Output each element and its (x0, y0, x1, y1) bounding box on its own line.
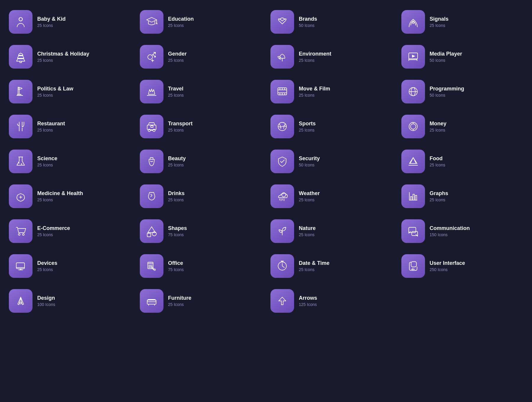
icon-box-media-player (401, 45, 425, 69)
svg-marker-10 (412, 55, 415, 58)
category-name-date-time: Date & Time (299, 260, 330, 267)
media-player-icon (406, 50, 420, 64)
category-text-move-film: Move & Film 25 Icons (299, 86, 330, 98)
category-item-user-interface[interactable]: User Interface 250 Icons (398, 250, 526, 282)
film-icon (275, 85, 289, 98)
category-text-environment: Environment 25 Icons (299, 51, 331, 63)
svg-rect-39 (150, 158, 153, 159)
category-item-move-film[interactable]: Move & Film 25 Icons (267, 76, 395, 108)
category-text-ecommerce: E-Commerce 25 Icons (37, 225, 70, 237)
category-text-beauty: Beauty 25 Icons (168, 155, 186, 167)
category-item-money[interactable]: Money 25 Icons (398, 111, 526, 142)
category-item-sports[interactable]: Sports 25 Icons (267, 111, 395, 142)
category-item-graphs[interactable]: Graphs 25 Icons (398, 180, 526, 212)
category-item-environment[interactable]: Environment 25 Icons (267, 41, 395, 73)
category-count-communication: 150 Icons (430, 232, 470, 237)
category-item-office[interactable]: Office 75 Icons (137, 250, 265, 282)
category-item-devices[interactable]: Devices 25 Icons (6, 250, 134, 282)
svg-point-1 (19, 19, 20, 20)
gender-icon (145, 50, 158, 64)
category-count-ecommerce: 25 Icons (37, 232, 70, 237)
category-item-programming[interactable]: Programming 50 Icons (398, 76, 526, 108)
communication-icon (406, 224, 420, 238)
svg-rect-13 (17, 94, 19, 95)
category-item-security[interactable]: Security 50 Icons (267, 145, 395, 177)
category-count-christmas: 25 Icons (37, 58, 89, 63)
category-item-education[interactable]: Education 25 Icons (137, 6, 265, 38)
category-text-devices: Devices 25 Icons (37, 260, 57, 272)
category-count-shapes: 75 Icons (168, 232, 187, 237)
category-item-media-player[interactable]: Media Player 50 Icons (398, 41, 526, 73)
design-icon (14, 294, 27, 308)
category-item-furniture[interactable]: Furniture 25 Icons (137, 285, 265, 317)
category-name-communication: Communication (430, 225, 470, 232)
transport-icon (145, 120, 158, 133)
category-item-restaurant[interactable]: Restaurant 25 Icons (6, 111, 134, 142)
category-item-baby-kid[interactable]: Baby & Kid 25 Icons (6, 6, 134, 38)
category-item-signals[interactable]: Signals 25 Icons (398, 6, 526, 38)
category-item-nature[interactable]: Nature 25 Icons (267, 215, 395, 247)
icon-box-office (140, 254, 163, 278)
category-item-weather[interactable]: Weather 25 Icons (267, 180, 395, 212)
category-item-food[interactable]: Food 25 Icons (398, 145, 526, 177)
category-name-security: Security (299, 155, 320, 162)
category-text-sports: Sports 25 Icons (299, 121, 316, 132)
category-text-medicine: Medicine & Health 25 Icons (37, 190, 83, 202)
svg-rect-46 (413, 194, 414, 200)
icon-box-move-film (270, 80, 294, 103)
category-count-security: 50 Icons (299, 163, 320, 167)
signals-icon (406, 15, 420, 29)
category-item-science[interactable]: Science 25 Icons (6, 145, 134, 177)
category-name-sports: Sports (299, 121, 316, 127)
icon-box-furniture (140, 289, 163, 313)
svg-rect-32 (151, 126, 153, 127)
category-item-christmas[interactable]: Christmas & Holiday 25 Icons (6, 41, 134, 73)
category-grid: Baby & Kid 25 Icons Education 25 Icons B… (6, 6, 526, 317)
category-text-office: Office 75 Icons (168, 260, 184, 272)
category-item-travel[interactable]: Travel 25 Icons (137, 76, 265, 108)
svg-point-35 (411, 124, 416, 129)
category-count-money: 25 Icons (430, 128, 447, 132)
nature-icon (275, 224, 289, 238)
category-item-drinks[interactable]: Drinks 25 Icons (137, 180, 265, 212)
christmas-icon (14, 50, 27, 64)
datetime-icon (275, 259, 289, 273)
weather-icon (275, 189, 289, 203)
category-item-politics[interactable]: Politics & Law 25 Icons (6, 76, 134, 108)
category-item-medicine[interactable]: Medicine & Health 25 Icons (6, 180, 134, 212)
category-name-weather: Weather (299, 190, 320, 197)
icon-box-brands (270, 10, 294, 34)
restaurant-icon (14, 120, 27, 133)
category-count-environment: 25 Icons (299, 58, 331, 63)
devices-icon (14, 259, 27, 273)
graphs-icon (406, 189, 420, 203)
food-icon (406, 155, 420, 168)
category-count-move-film: 25 Icons (299, 93, 330, 98)
category-count-devices: 25 Icons (37, 267, 57, 272)
category-item-arrows[interactable]: Arrows 125 Icons (267, 285, 395, 317)
category-name-nature: Nature (299, 225, 316, 232)
category-count-food: 25 Icons (430, 163, 445, 167)
category-item-shapes[interactable]: Shapes 75 Icons (137, 215, 265, 247)
svg-point-48 (18, 234, 20, 235)
category-item-transport[interactable]: Transport 25 Icons (137, 111, 265, 142)
category-text-signals: Signals 25 Icons (430, 16, 449, 28)
category-text-communication: Communication 150 Icons (430, 225, 470, 237)
category-name-signals: Signals (430, 16, 449, 22)
category-item-ecommerce[interactable]: E-Commerce 25 Icons (6, 215, 134, 247)
category-item-brands[interactable]: Brands 50 Icons (267, 6, 395, 38)
category-item-design[interactable]: Design 100 Icons (6, 285, 134, 317)
svg-rect-47 (415, 195, 417, 200)
category-count-office: 75 Icons (168, 267, 184, 272)
category-count-sports: 25 Icons (299, 128, 316, 132)
category-count-education: 25 Icons (168, 23, 194, 28)
category-item-date-time[interactable]: Date & Time 25 Icons (267, 250, 395, 282)
category-item-gender[interactable]: Gender 25 Icons (137, 41, 265, 73)
beauty-icon (145, 155, 158, 168)
category-item-beauty[interactable]: Beauty 25 Icons (137, 145, 265, 177)
icon-box-gender (140, 45, 163, 69)
icon-box-date-time (270, 254, 294, 278)
category-text-drinks: Drinks 25 Icons (168, 190, 185, 202)
category-name-education: Education (168, 16, 194, 22)
category-item-communication[interactable]: Communication 150 Icons (398, 215, 526, 247)
